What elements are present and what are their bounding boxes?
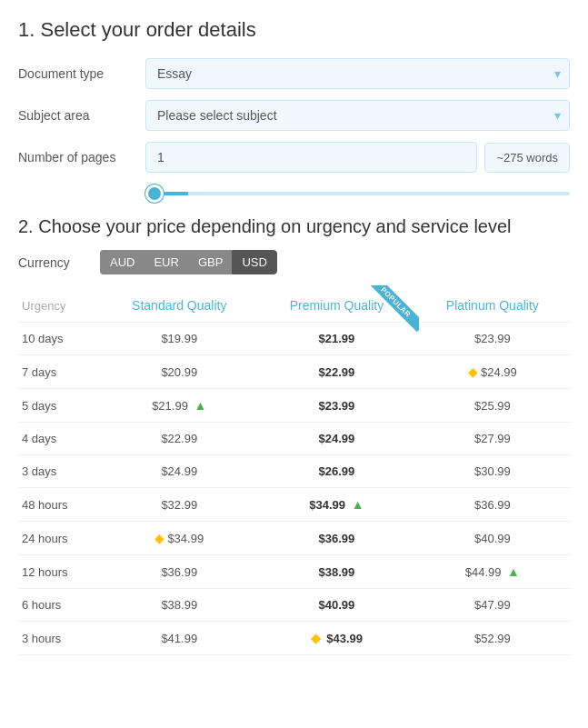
table-row: 3 days$24.99$26.99$30.99 bbox=[18, 455, 570, 488]
platinum-cell[interactable]: $30.99 bbox=[415, 455, 570, 488]
premium-cell[interactable]: ◆ $43.99 bbox=[258, 622, 415, 655]
urgency-cell: 6 hours bbox=[18, 589, 100, 622]
popular-ribbon bbox=[364, 285, 419, 340]
standard-cell[interactable]: $24.99 bbox=[100, 455, 258, 488]
currency-buttons: AUD EUR GBP USD bbox=[100, 250, 277, 274]
standard-cell[interactable]: $32.99 bbox=[100, 488, 258, 522]
pages-input[interactable] bbox=[145, 142, 477, 173]
document-type-row: Document type Essay Research Paper Disse… bbox=[18, 58, 570, 89]
section1-title: 1. Select your order details bbox=[18, 18, 570, 42]
subject-area-label: Subject area bbox=[18, 108, 145, 123]
urgency-cell: 10 days bbox=[18, 323, 100, 355]
premium-cell[interactable]: $24.99 bbox=[258, 423, 415, 455]
currency-aud[interactable]: AUD bbox=[100, 250, 144, 274]
price-table-body: 10 days$19.99$21.99$23.997 days$20.99$22… bbox=[18, 323, 570, 655]
urgency-cell: 48 hours bbox=[18, 488, 100, 522]
section2-title: 2. Choose your price depending on urgenc… bbox=[18, 216, 570, 237]
standard-cell[interactable]: $41.99 bbox=[100, 622, 258, 655]
platinum-cell[interactable]: $40.99 bbox=[415, 522, 570, 555]
currency-row: Currency AUD EUR GBP USD bbox=[18, 250, 570, 274]
table-row: 3 hours$41.99◆ $43.99$52.99 bbox=[18, 622, 570, 655]
green-icon: ▲ bbox=[352, 497, 364, 512]
urgency-cell: 3 hours bbox=[18, 622, 100, 655]
document-type-select[interactable]: Essay Research Paper Dissertation Thesis… bbox=[145, 58, 570, 89]
yellow-icon: ◆ bbox=[154, 531, 164, 545]
platinum-cell[interactable]: $44.99 ▲ bbox=[415, 555, 570, 589]
urgency-cell: 12 hours bbox=[18, 555, 100, 589]
yellow-icon: ◆ bbox=[468, 364, 478, 379]
urgency-cell: 7 days bbox=[18, 355, 100, 389]
table-row: 48 hours$32.99$34.99 ▲$36.99 bbox=[18, 488, 570, 522]
currency-usd[interactable]: USD bbox=[232, 250, 276, 274]
standard-cell[interactable]: $22.99 bbox=[100, 423, 258, 455]
platinum-cell[interactable]: $25.99 bbox=[415, 389, 570, 423]
standard-cell[interactable]: $19.99 bbox=[100, 323, 258, 355]
pages-label: Number of pages bbox=[18, 150, 145, 165]
premium-cell[interactable]: $26.99 bbox=[258, 455, 415, 488]
currency-eur[interactable]: EUR bbox=[144, 250, 187, 274]
table-header-row: Urgency Standard Quality Premium Quality… bbox=[18, 289, 570, 323]
platinum-cell[interactable]: $36.99 bbox=[415, 488, 570, 522]
green-icon: ▲ bbox=[507, 564, 520, 579]
standard-cell[interactable]: $38.99 bbox=[100, 589, 258, 622]
premium-cell[interactable]: $38.99 bbox=[258, 555, 415, 589]
premium-cell[interactable]: $36.99 bbox=[258, 522, 415, 555]
pages-slider[interactable] bbox=[145, 192, 570, 195]
subject-area-row: Subject area Please select subject bbox=[18, 100, 570, 131]
urgency-cell: 24 hours bbox=[18, 522, 100, 555]
platinum-cell[interactable]: ◆$24.99 bbox=[415, 355, 570, 389]
table-row: 6 hours$38.99$40.99$47.99 bbox=[18, 589, 570, 622]
pages-row: Number of pages ~275 words bbox=[18, 142, 570, 173]
table-row: 12 hours$36.99$38.99$44.99 ▲ bbox=[18, 555, 570, 589]
section2: 2. Choose your price depending on urgenc… bbox=[18, 216, 570, 655]
table-row: 7 days$20.99$22.99◆$24.99 bbox=[18, 355, 570, 389]
currency-label: Currency bbox=[18, 255, 100, 270]
th-standard: Standard Quality bbox=[100, 289, 258, 323]
price-table: Urgency Standard Quality Premium Quality… bbox=[18, 289, 570, 655]
platinum-cell[interactable]: $52.99 bbox=[415, 622, 570, 655]
yellow-icon: ◆ bbox=[311, 631, 321, 645]
table-row: 10 days$19.99$21.99$23.99 bbox=[18, 323, 570, 355]
platinum-cell[interactable]: $23.99 bbox=[415, 323, 570, 355]
table-row: 4 days$22.99$24.99$27.99 bbox=[18, 423, 570, 455]
premium-cell[interactable]: $23.99 bbox=[258, 389, 415, 423]
subject-area-wrapper[interactable]: Please select subject bbox=[145, 100, 570, 131]
th-platinum: Platinum Quality bbox=[415, 289, 570, 323]
green-icon: ▲ bbox=[194, 398, 207, 413]
standard-cell[interactable]: $21.99 ▲ bbox=[100, 389, 258, 423]
th-urgency: Urgency bbox=[18, 289, 100, 323]
standard-cell[interactable]: ◆$34.99 bbox=[100, 522, 258, 555]
subject-area-select[interactable]: Please select subject bbox=[145, 100, 570, 131]
standard-cell[interactable]: $20.99 bbox=[100, 355, 258, 389]
platinum-cell[interactable]: $27.99 bbox=[415, 423, 570, 455]
pages-wrapper: ~275 words bbox=[145, 142, 570, 173]
words-badge: ~275 words bbox=[484, 143, 570, 173]
th-premium: Premium Quality bbox=[258, 289, 415, 323]
standard-cell[interactable]: $36.99 bbox=[100, 555, 258, 589]
premium-cell[interactable]: $40.99 bbox=[258, 589, 415, 622]
urgency-cell: 4 days bbox=[18, 423, 100, 455]
document-type-wrapper[interactable]: Essay Research Paper Dissertation Thesis… bbox=[145, 58, 570, 89]
premium-cell[interactable]: $22.99 bbox=[258, 355, 415, 389]
urgency-cell: 3 days bbox=[18, 455, 100, 488]
currency-gbp[interactable]: GBP bbox=[188, 250, 232, 274]
slider-row bbox=[18, 184, 570, 198]
platinum-cell[interactable]: $47.99 bbox=[415, 589, 570, 622]
premium-cell[interactable]: $34.99 ▲ bbox=[258, 488, 415, 522]
table-row: 24 hours◆$34.99$36.99$40.99 bbox=[18, 522, 570, 555]
urgency-cell: 5 days bbox=[18, 389, 100, 423]
table-row: 5 days$21.99 ▲$23.99$25.99 bbox=[18, 389, 570, 423]
document-type-label: Document type bbox=[18, 66, 145, 81]
